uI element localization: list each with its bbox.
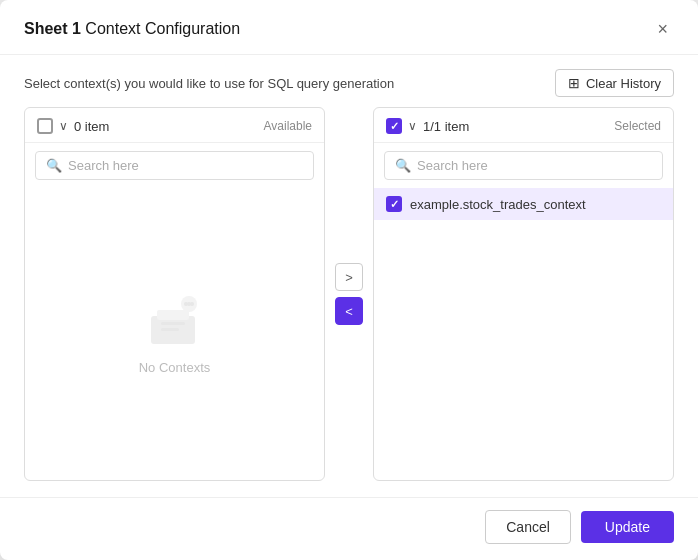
cancel-button[interactable]: Cancel: [485, 510, 571, 544]
selected-item-count: 1/1 item: [423, 119, 469, 134]
available-search-input[interactable]: [68, 158, 303, 173]
dialog-header: Sheet 1 Context Configuration ×: [0, 0, 698, 55]
clear-history-icon: ⊞: [568, 75, 580, 91]
context-list-item[interactable]: example.stock_trades_context: [374, 188, 673, 220]
dialog-title: Sheet 1 Context Configuration: [24, 20, 240, 38]
transfer-right-button[interactable]: >: [335, 263, 363, 291]
clear-history-button[interactable]: ⊞ Clear History: [555, 69, 674, 97]
available-panel-content: No Contexts: [25, 188, 324, 480]
context-item-checkbox[interactable]: [386, 196, 402, 212]
clear-history-label: Clear History: [586, 76, 661, 91]
selected-search-box: 🔍: [384, 151, 663, 180]
selected-select-all-checkbox[interactable]: [386, 118, 402, 134]
dialog-footer: Cancel Update: [0, 497, 698, 560]
selected-search-input[interactable]: [417, 158, 652, 173]
dialog-body: ∨ 0 item Available 🔍: [0, 107, 698, 497]
selected-panel: ∨ 1/1 item Selected 🔍 example.stock_trad…: [373, 107, 674, 481]
svg-point-7: [190, 302, 194, 306]
available-panel-header: ∨ 0 item Available: [25, 108, 324, 143]
context-config-dialog: Sheet 1 Context Configuration × Select c…: [0, 0, 698, 560]
selected-panel-header: ∨ 1/1 item Selected: [374, 108, 673, 143]
transfer-left-button[interactable]: <: [335, 297, 363, 325]
available-select-all-checkbox[interactable]: [37, 118, 53, 134]
available-panel-label: Available: [264, 119, 312, 133]
svg-rect-1: [157, 310, 189, 320]
dialog-subheader: Select context(s) you would like to use …: [0, 55, 698, 107]
update-button[interactable]: Update: [581, 511, 674, 543]
transfer-buttons: > <: [325, 107, 373, 481]
available-panel: ∨ 0 item Available 🔍: [24, 107, 325, 481]
selected-search-icon: 🔍: [395, 158, 411, 173]
selected-panel-content: example.stock_trades_context: [374, 188, 673, 480]
no-contexts-text: No Contexts: [139, 360, 211, 375]
available-search-box: 🔍: [35, 151, 314, 180]
close-button[interactable]: ×: [651, 18, 674, 40]
available-search-icon: 🔍: [46, 158, 62, 173]
no-contexts-icon: [143, 294, 207, 348]
context-item-label: example.stock_trades_context: [410, 197, 586, 212]
available-item-count: 0 item: [74, 119, 109, 134]
description-text: Select context(s) you would like to use …: [24, 76, 394, 91]
svg-rect-2: [161, 322, 185, 325]
selected-panel-label: Selected: [614, 119, 661, 133]
svg-rect-3: [161, 328, 179, 331]
